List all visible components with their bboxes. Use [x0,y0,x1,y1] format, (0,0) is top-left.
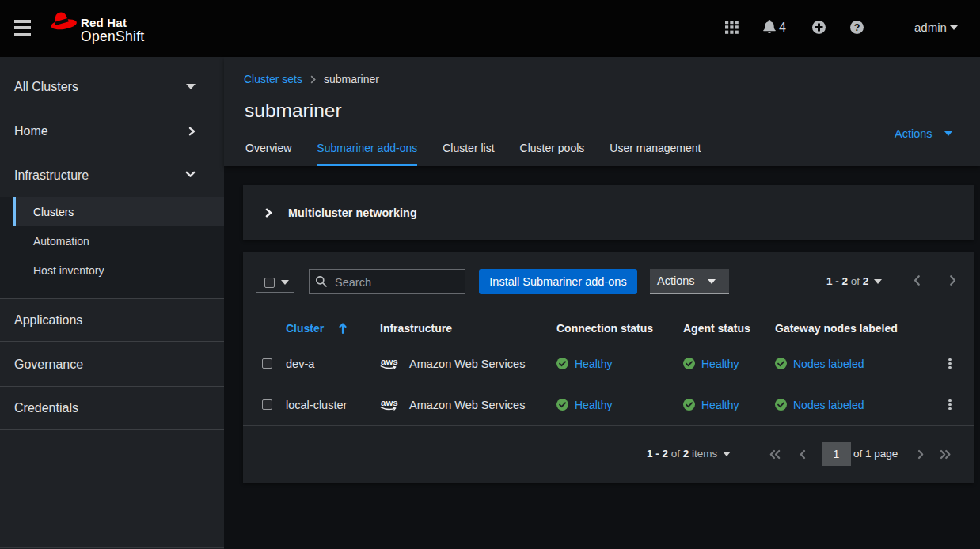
svg-text:aws: aws [381,398,398,407]
svg-text:aws: aws [381,357,398,366]
svg-text:?: ? [854,22,860,33]
